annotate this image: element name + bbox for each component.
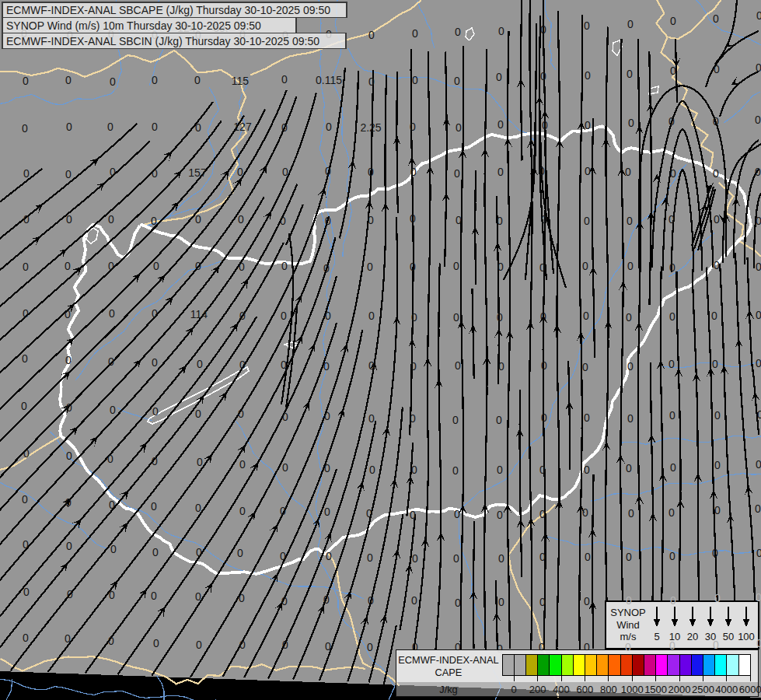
svg-text:0: 0 <box>281 73 288 86</box>
svg-text:0: 0 <box>152 307 158 320</box>
svg-text:0: 0 <box>670 65 676 77</box>
svg-text:0: 0 <box>368 166 374 178</box>
svg-text:0: 0 <box>452 464 459 477</box>
svg-text:0: 0 <box>713 115 719 128</box>
svg-text:0: 0 <box>411 594 417 607</box>
svg-text:5: 5 <box>654 631 659 642</box>
svg-text:0: 0 <box>410 509 416 521</box>
svg-text:400: 400 <box>553 684 570 695</box>
svg-text:0: 0 <box>497 464 503 476</box>
svg-text:0: 0 <box>281 121 288 134</box>
svg-text:0: 0 <box>195 213 201 226</box>
svg-text:0: 0 <box>456 214 462 226</box>
svg-text:0: 0 <box>239 359 246 371</box>
svg-text:0: 0 <box>626 311 632 324</box>
svg-text:0: 0 <box>628 117 634 129</box>
svg-text:0: 0 <box>282 639 288 651</box>
svg-text:0: 0 <box>668 506 675 519</box>
svg-text:600: 600 <box>577 684 594 695</box>
svg-text:0: 0 <box>756 61 761 74</box>
svg-text:0: 0 <box>410 360 417 373</box>
svg-text:0: 0 <box>497 311 503 324</box>
svg-text:SYNOP: SYNOP <box>610 607 646 618</box>
svg-text:0: 0 <box>755 502 761 515</box>
svg-text:0: 0 <box>21 400 27 412</box>
svg-text:0: 0 <box>410 121 416 133</box>
svg-text:0: 0 <box>584 19 590 32</box>
svg-text:0: 0 <box>195 502 201 514</box>
svg-text:0: 0 <box>369 464 375 476</box>
svg-text:0: 0 <box>152 546 159 558</box>
svg-text:0: 0 <box>626 462 632 474</box>
svg-text:0: 0 <box>239 639 246 651</box>
svg-text:0: 0 <box>66 401 72 414</box>
svg-text:0: 0 <box>110 543 117 555</box>
svg-text:0: 0 <box>542 119 548 131</box>
svg-text:0: 0 <box>498 25 504 37</box>
svg-text:0: 0 <box>108 260 114 272</box>
svg-text:800: 800 <box>600 684 617 695</box>
svg-text:0: 0 <box>110 75 116 88</box>
svg-text:0: 0 <box>323 360 330 373</box>
svg-text:0: 0 <box>585 551 591 563</box>
svg-text:0: 0 <box>585 119 591 131</box>
svg-text:ECMWF-INDEX-ANAL: ECMWF-INDEX-ANAL <box>398 654 498 666</box>
svg-text:0: 0 <box>368 29 375 41</box>
svg-text:0: 0 <box>324 462 330 474</box>
svg-text:0: 0 <box>453 552 459 565</box>
svg-text:0: 0 <box>411 311 417 324</box>
svg-text:0: 0 <box>23 261 29 273</box>
svg-text:0: 0 <box>281 595 288 607</box>
svg-text:0: 0 <box>23 447 30 460</box>
svg-text:0: 0 <box>714 504 721 516</box>
svg-text:0: 0 <box>540 310 546 323</box>
svg-text:100: 100 <box>738 631 755 642</box>
svg-text:0: 0 <box>151 215 157 227</box>
svg-text:0: 0 <box>410 261 416 273</box>
svg-text:CAPE: CAPE <box>435 667 463 678</box>
svg-text:0: 0 <box>756 215 761 227</box>
svg-text:2000: 2000 <box>668 684 691 695</box>
svg-text:0: 0 <box>194 74 201 86</box>
svg-text:0: 0 <box>756 458 761 471</box>
svg-text:0: 0 <box>410 412 416 425</box>
svg-text:0: 0 <box>66 540 72 552</box>
svg-text:0: 0 <box>453 311 459 324</box>
svg-text:0: 0 <box>107 121 113 133</box>
svg-text:0: 0 <box>497 166 504 178</box>
svg-text:0: 0 <box>713 12 719 25</box>
svg-text:0: 0 <box>109 499 115 511</box>
svg-text:0: 0 <box>197 456 203 468</box>
svg-text:0: 0 <box>367 551 373 564</box>
svg-text:127: 127 <box>233 121 252 133</box>
svg-text:0: 0 <box>368 310 375 322</box>
svg-text:0: 0 <box>756 261 761 273</box>
svg-text:0: 0 <box>670 167 676 180</box>
svg-text:114: 114 <box>190 308 208 320</box>
svg-text:0: 0 <box>456 121 462 134</box>
svg-text:0: 0 <box>582 506 588 519</box>
svg-text:0: 0 <box>410 212 416 225</box>
svg-text:0: 0 <box>238 408 244 420</box>
svg-text:0: 0 <box>585 69 591 82</box>
svg-text:0: 0 <box>108 213 114 226</box>
svg-text:0: 0 <box>669 550 675 562</box>
svg-text:0: 0 <box>196 546 202 558</box>
svg-text:0: 0 <box>281 310 287 322</box>
svg-text:0: 0 <box>367 261 373 273</box>
svg-text:0: 0 <box>152 74 158 86</box>
svg-text:0: 0 <box>109 589 115 601</box>
svg-text:1500: 1500 <box>644 684 667 695</box>
svg-text:0: 0 <box>497 509 503 521</box>
svg-text:0: 0 <box>195 260 201 272</box>
svg-text:0: 0 <box>239 505 246 517</box>
svg-text:0: 0 <box>326 550 332 562</box>
svg-text:0: 0 <box>152 356 158 369</box>
svg-text:SYNOP Wind (m/s) 10m Thursday: SYNOP Wind (m/s) 10m Thursday 30-10-2025… <box>6 19 261 32</box>
svg-text:0: 0 <box>366 507 372 520</box>
svg-text:0: 0 <box>714 459 721 471</box>
svg-text:0: 0 <box>368 359 375 372</box>
svg-text:0: 0 <box>455 359 461 372</box>
svg-text:0: 0 <box>280 215 286 227</box>
svg-text:0: 0 <box>325 640 331 653</box>
